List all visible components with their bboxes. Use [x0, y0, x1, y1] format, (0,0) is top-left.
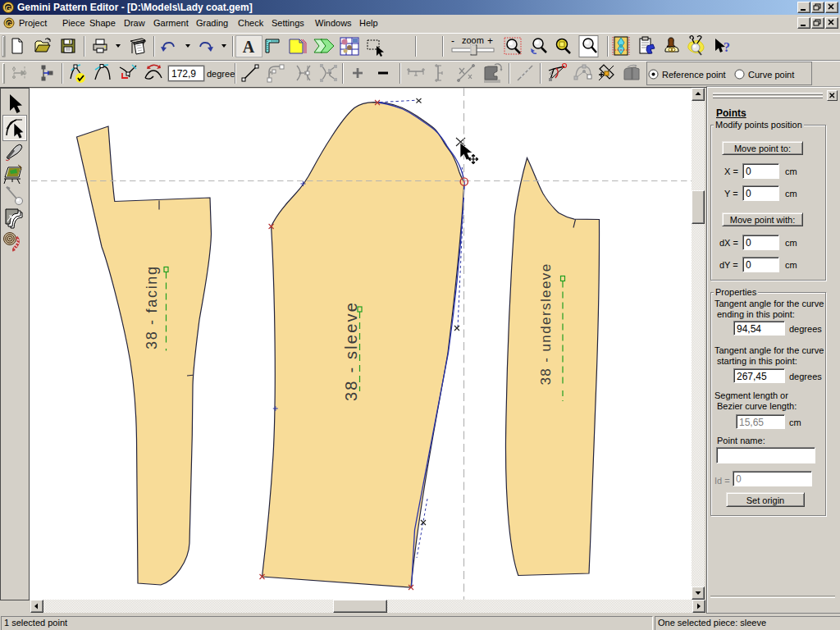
svg-text:Reference point: Reference point — [662, 70, 726, 80]
svg-text:degree: degree — [207, 69, 235, 79]
svg-text:zoom: zoom — [462, 35, 484, 45]
svg-text:38 - facing: 38 - facing — [144, 265, 160, 349]
svg-text:38 - sleeve: 38 - sleeve — [342, 301, 360, 401]
svg-text:G: G — [5, 4, 11, 12]
svg-text:+: + — [487, 35, 493, 47]
svg-text:G: G — [7, 20, 12, 28]
svg-text:Curve point: Curve point — [748, 70, 794, 80]
svg-text:A: A — [243, 38, 255, 56]
svg-text:?: ? — [724, 40, 730, 54]
svg-text:-: - — [451, 35, 454, 47]
svg-text:38 - undersleeve: 38 - undersleeve — [538, 262, 554, 385]
svg-text:172,9: 172,9 — [171, 68, 196, 80]
